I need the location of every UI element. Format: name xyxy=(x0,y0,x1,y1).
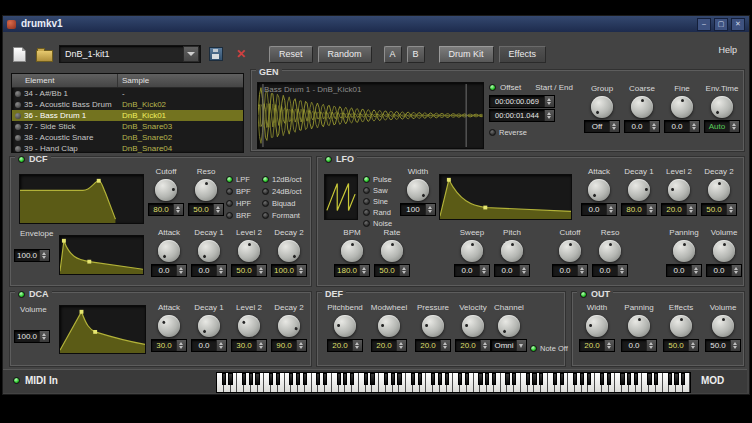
filter-type-brf[interactable]: BRF xyxy=(226,210,251,220)
knob-dial[interactable] xyxy=(195,179,217,201)
column-header-element[interactable]: Element xyxy=(12,74,118,87)
knob-dial[interactable] xyxy=(599,240,621,262)
piano-key-black[interactable] xyxy=(532,373,536,385)
spinner-arrows-icon[interactable] xyxy=(730,340,740,351)
knob-dial[interactable] xyxy=(671,96,693,118)
spinner-arrows-icon[interactable] xyxy=(216,340,226,351)
piano-key-black[interactable] xyxy=(478,373,482,385)
knob-dial[interactable] xyxy=(628,179,650,201)
filter-slope-formant[interactable]: Formant xyxy=(262,210,300,220)
piano-key-black[interactable] xyxy=(397,373,401,385)
knob-dial[interactable] xyxy=(712,315,734,337)
knob-spinbox[interactable]: 100.0 xyxy=(271,264,307,277)
mod-label[interactable]: MOD xyxy=(701,375,724,386)
spinner-arrows-icon[interactable] xyxy=(691,265,701,276)
piano-key-black[interactable] xyxy=(343,373,347,385)
spinner-arrows-icon[interactable] xyxy=(256,265,266,276)
knob-dial[interactable] xyxy=(341,240,363,262)
knob-spinbox[interactable]: 50.0 xyxy=(701,203,737,216)
filter-slope-biquad[interactable]: Biquad xyxy=(262,198,295,208)
spinner-arrows-icon[interactable] xyxy=(399,265,409,276)
knob-spinbox[interactable]: 0.0 xyxy=(621,339,657,352)
spinner-arrows-icon[interactable] xyxy=(173,204,183,215)
spinner-arrows-icon[interactable] xyxy=(256,340,266,351)
piano-key-black[interactable] xyxy=(438,373,442,385)
piano-key-black[interactable] xyxy=(445,373,449,385)
piano-key-black[interactable] xyxy=(391,373,395,385)
spinner-arrows-icon[interactable] xyxy=(646,340,656,351)
knob-spinbox[interactable]: 0.0 xyxy=(581,203,617,216)
spinner-arrows-icon[interactable] xyxy=(646,204,656,215)
piano-key-black[interactable] xyxy=(553,373,557,385)
piano-key-black[interactable] xyxy=(458,373,462,385)
piano-key-black[interactable] xyxy=(350,373,354,385)
knob-dial[interactable] xyxy=(462,315,484,337)
spinner-arrows-icon[interactable] xyxy=(296,340,306,351)
knob-spinbox[interactable]: 50.0 xyxy=(188,203,224,216)
spinner-arrows-icon[interactable] xyxy=(609,121,619,132)
knob-spinbox[interactable]: Auto xyxy=(704,120,740,133)
piano-key-black[interactable] xyxy=(228,373,232,385)
spinner-arrows-icon[interactable] xyxy=(617,265,627,276)
spinner-arrows-icon[interactable] xyxy=(726,204,736,215)
knob-spinbox[interactable]: 20.0 xyxy=(455,339,491,352)
piano-key-black[interactable] xyxy=(668,373,672,385)
element-row[interactable]: 38 - Acoustic SnareDnB_Snare02 xyxy=(12,132,243,143)
element-row[interactable]: 37 - Side StickDnB_Snare03 xyxy=(12,121,243,132)
knob-dial[interactable] xyxy=(631,96,653,118)
dcf-envelope-spinbox[interactable]: 100.0 xyxy=(14,249,50,262)
piano-key-black[interactable] xyxy=(384,373,388,385)
knob-dial[interactable] xyxy=(238,240,260,262)
knob-spinbox[interactable]: 100 xyxy=(400,203,436,216)
lfo-shape-pulse[interactable]: Pulse xyxy=(363,174,392,184)
spinner-arrows-icon[interactable] xyxy=(296,265,306,276)
channel-combobox[interactable]: Omni xyxy=(491,339,527,352)
piano-key-black[interactable] xyxy=(627,373,631,385)
spinner-arrows-icon[interactable] xyxy=(688,340,698,351)
knob-dial[interactable] xyxy=(708,179,730,201)
piano-key-black[interactable] xyxy=(370,373,374,385)
piano-key-black[interactable] xyxy=(255,373,259,385)
knob-spinbox[interactable]: 50.0 xyxy=(705,339,741,352)
lfo-shape-rand[interactable]: Rand xyxy=(363,207,391,217)
reset-button[interactable]: Reset xyxy=(269,46,313,63)
element-row[interactable]: 34 - A#/Bb 1- xyxy=(12,88,243,99)
knob-spinbox[interactable]: 180.0 xyxy=(334,264,370,277)
knob-dial[interactable] xyxy=(278,315,300,337)
gen-waveform-display[interactable]: Bass Drum 1 - DnB_Kick01 xyxy=(257,82,484,149)
piano-key-black[interactable] xyxy=(654,373,658,385)
knob-dial[interactable] xyxy=(711,96,733,118)
knob-dial[interactable] xyxy=(198,240,220,262)
dropdown-arrow-icon[interactable] xyxy=(183,46,199,62)
knob-dial[interactable] xyxy=(670,315,692,337)
knob-dial[interactable] xyxy=(158,240,180,262)
piano-key-black[interactable] xyxy=(607,373,611,385)
piano-key-black[interactable] xyxy=(242,373,246,385)
spinner-arrows-icon[interactable] xyxy=(606,204,616,215)
knob-dial[interactable] xyxy=(668,179,690,201)
knob-spinbox[interactable]: 50.0 xyxy=(231,264,267,277)
knob-dial[interactable] xyxy=(628,315,650,337)
element-row[interactable]: 35 - Acoustic Bass DrumDnB_Kick02 xyxy=(12,99,243,110)
knob-dial[interactable] xyxy=(381,240,403,262)
open-preset-button[interactable] xyxy=(34,45,54,63)
knob-spinbox[interactable]: 0.0 xyxy=(151,264,187,277)
dcf-led[interactable] xyxy=(18,156,25,163)
knob-spinbox[interactable]: 50.0 xyxy=(374,264,410,277)
dcf-filter-graph[interactable] xyxy=(19,174,144,224)
knob-spinbox[interactable]: 30.0 xyxy=(231,339,267,352)
knob-spinbox[interactable]: 50.0 xyxy=(663,339,699,352)
dca-envelope-graph[interactable] xyxy=(59,305,146,354)
piano-key-black[interactable] xyxy=(539,373,543,385)
lfo-shape-sine[interactable]: Sine xyxy=(363,196,388,206)
preset-combobox[interactable]: DnB_1-kit1 xyxy=(59,45,201,63)
new-preset-button[interactable] xyxy=(9,45,29,63)
knob-spinbox[interactable]: 20.0 xyxy=(661,203,697,216)
spinner-arrows-icon[interactable] xyxy=(686,204,696,215)
knob-spinbox[interactable]: 20.0 xyxy=(327,339,363,352)
a-button[interactable]: A xyxy=(384,46,402,63)
piano-key-black[interactable] xyxy=(580,373,584,385)
knob-spinbox[interactable]: 90.0 xyxy=(271,339,307,352)
piano-key-black[interactable] xyxy=(296,373,300,385)
piano-key-black[interactable] xyxy=(634,373,638,385)
